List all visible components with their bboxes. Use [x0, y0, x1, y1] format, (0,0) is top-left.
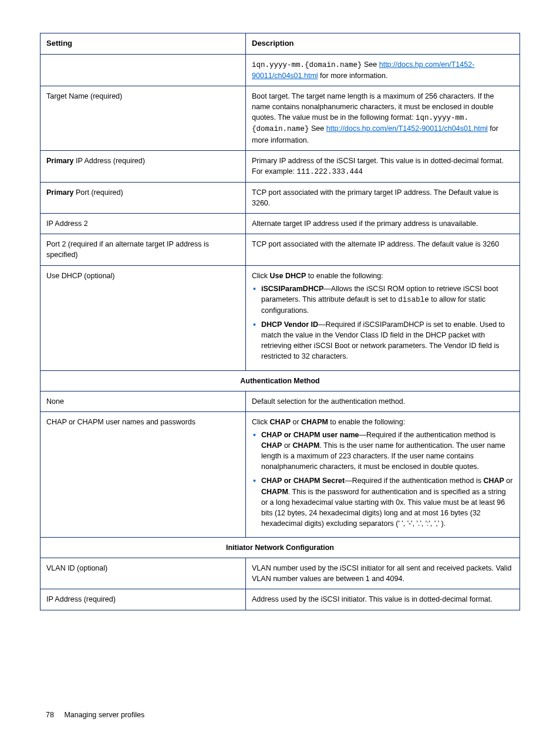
- desc-ip2: Alternate target IP address used if the …: [246, 214, 520, 234]
- table-row: None Default selection for the authentic…: [41, 391, 520, 411]
- desc-target-name: Boot target. The target name length is a…: [246, 86, 520, 151]
- setting-use-dhcp: Use DHCP (optional): [41, 265, 246, 370]
- page-number: 78: [46, 711, 54, 719]
- header-description: Description: [246, 33, 520, 55]
- page-footer: 78 Managing server profiles: [46, 710, 144, 720]
- desc-use-dhcp: Click Use DHCP to enable the following: …: [246, 265, 520, 370]
- table-row: Target Name (required) Boot target. The …: [41, 86, 520, 151]
- list-item: CHAP or CHAPM Secret—Required if the aut…: [252, 475, 514, 529]
- link-docs-2[interactable]: http://docs.hp.com/en/T1452-90011/ch04s0…: [326, 124, 488, 133]
- desc-vlan-id: VLAN number used by the iSCSI initiator …: [246, 558, 520, 589]
- desc-port2: TCP port associated with the alternate I…: [246, 234, 520, 265]
- setting-port2: Port 2 (required if an alternate target …: [41, 234, 246, 265]
- section-authentication-method: Authentication Method: [41, 370, 520, 391]
- list-item: CHAP or CHAPM user name—Required if the …: [252, 430, 514, 472]
- table-row: Primary IP Address (required) Primary IP…: [41, 150, 520, 182]
- settings-table: Setting Description iqn.yyyy-mm.{domain.…: [40, 33, 520, 610]
- desc-auth-none: Default selection for the authentication…: [246, 391, 520, 411]
- table-row: IP Address (required) Address used by th…: [41, 589, 520, 610]
- list-item: DHCP Vendor ID—Required if iSCSIParamDHC…: [252, 319, 514, 362]
- setting-target-name: Target Name (required): [41, 86, 246, 151]
- section-row-initiator: Initiator Network Configuration: [41, 538, 520, 558]
- table-row: VLAN ID (optional) VLAN number used by t…: [41, 558, 520, 589]
- setting-vlan-id: VLAN ID (optional): [41, 558, 246, 589]
- table-header-row: Setting Description: [41, 33, 520, 55]
- desc-initiator-ip: Address used by the iSCSI initiator. Thi…: [246, 589, 520, 610]
- footer-title: Managing server profiles: [64, 711, 144, 719]
- list-item: iSCSIParamDHCP—Allows the iSCSI ROM opti…: [252, 283, 514, 316]
- use-dhcp-intro: Click Use DHCP to enable the following:: [252, 271, 514, 281]
- table-row: iqn.yyyy-mm.{domain.name} See http://doc…: [41, 54, 520, 86]
- chap-intro: Click CHAP or CHAPM to enable the follow…: [252, 417, 514, 427]
- table-row: IP Address 2 Alternate target IP address…: [41, 214, 520, 234]
- desc-primary-ip: Primary IP address of the iSCSI target. …: [246, 150, 520, 182]
- setting-initiator-ip: IP Address (required): [41, 589, 246, 610]
- setting-primary-port: Primary Port (required): [41, 182, 246, 213]
- desc-chap: Click CHAP or CHAPM to enable the follow…: [246, 411, 520, 537]
- table-row: CHAP or CHAPM user names and passwords C…: [41, 411, 520, 537]
- table-row: Port 2 (required if an alternate target …: [41, 234, 520, 265]
- section-row-auth: Authentication Method: [41, 370, 520, 391]
- setting-auth-none: None: [41, 391, 246, 411]
- table-row: Use DHCP (optional) Click Use DHCP to en…: [41, 265, 520, 370]
- setting-chap: CHAP or CHAPM user names and passwords: [41, 411, 246, 537]
- desc-cell-iqn-cont: iqn.yyyy-mm.{domain.name} See http://doc…: [246, 54, 520, 86]
- setting-primary-ip: Primary IP Address (required): [41, 150, 246, 182]
- header-setting: Setting: [41, 33, 246, 55]
- section-initiator-network: Initiator Network Configuration: [41, 538, 520, 558]
- setting-ip2: IP Address 2: [41, 214, 246, 234]
- table-row: Primary Port (required) TCP port associa…: [41, 182, 520, 213]
- setting-cell-empty: [41, 54, 246, 86]
- desc-primary-port: TCP port associated with the primary tar…: [246, 182, 520, 213]
